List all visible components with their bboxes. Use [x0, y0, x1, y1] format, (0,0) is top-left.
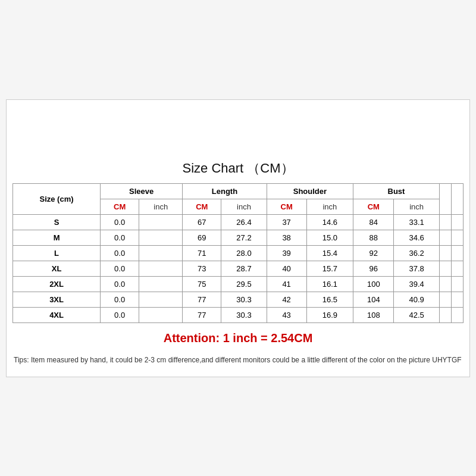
table-cell: 26.4 — [221, 214, 267, 230]
table-cell: M — [13, 230, 101, 245]
table-cell: 15.7 — [306, 261, 353, 276]
table-row: 3XL0.07730.34216.510440.9 — [13, 292, 464, 307]
shoulder-cm-header: CM — [267, 199, 306, 214]
table-cell: 108 — [353, 307, 394, 322]
table-cell — [439, 230, 451, 245]
table-cell: 3XL — [13, 292, 101, 307]
table-cell: 0.0 — [101, 230, 139, 245]
table-cell: 84 — [353, 214, 394, 230]
table-cell — [139, 230, 183, 245]
table-cell — [439, 276, 451, 292]
table-cell: L — [13, 245, 101, 261]
size-column-header: Size (cm) — [13, 183, 101, 214]
table-cell — [451, 307, 463, 322]
table-cell: 69 — [183, 230, 221, 245]
table-row: XL0.07328.74015.79637.8 — [13, 261, 464, 276]
table-row: 4XL0.07730.34316.910842.5 — [13, 307, 464, 322]
table-cell: 0.0 — [101, 276, 139, 292]
shoulder-inch-header: inch — [306, 199, 353, 214]
table-cell: 38 — [267, 230, 306, 245]
table-cell — [139, 292, 183, 307]
table-cell: 16.5 — [306, 292, 353, 307]
table-cell — [139, 214, 183, 230]
table-cell: 43 — [267, 307, 306, 322]
table-cell: 42.5 — [394, 307, 439, 322]
table-cell — [451, 261, 463, 276]
table-cell: S — [13, 214, 101, 230]
table-row: M0.06927.23815.08834.6 — [13, 230, 464, 245]
bust-inch-header: inch — [394, 199, 439, 214]
table-cell: 37 — [267, 214, 306, 230]
length-cm-header: CM — [183, 199, 221, 214]
chart-title: Size Chart （CM） — [12, 159, 464, 177]
table-cell: 28.7 — [221, 261, 267, 276]
table-cell — [439, 245, 451, 261]
attention-text: Attention: 1 inch = 2.54CM — [12, 328, 464, 349]
table-cell: 36.2 — [394, 245, 439, 261]
table-cell: 0.0 — [101, 245, 139, 261]
table-cell: 104 — [353, 292, 394, 307]
table-cell: 92 — [353, 245, 394, 261]
table-cell — [139, 245, 183, 261]
table-cell: 96 — [353, 261, 394, 276]
table-cell: 100 — [353, 276, 394, 292]
table-cell: 4XL — [13, 307, 101, 322]
table-cell: 30.3 — [221, 307, 267, 322]
table-cell — [451, 292, 463, 307]
table-cell: 39.4 — [394, 276, 439, 292]
table-cell: 77 — [183, 307, 221, 322]
table-row: L0.07128.03915.49236.2 — [13, 245, 464, 261]
table-cell: 30.3 — [221, 292, 267, 307]
length-group-header: Length — [183, 183, 267, 199]
table-cell: 16.9 — [306, 307, 353, 322]
table-cell: 42 — [267, 292, 306, 307]
table-cell: 0.0 — [101, 292, 139, 307]
table-cell: 0.0 — [101, 214, 139, 230]
table-cell — [439, 307, 451, 322]
table-cell — [439, 214, 451, 230]
extra-col-1 — [439, 183, 451, 214]
table-cell: 41 — [267, 276, 306, 292]
table-cell: 71 — [183, 245, 221, 261]
table-cell: 16.1 — [306, 276, 353, 292]
table-cell: 2XL — [13, 276, 101, 292]
table-cell — [451, 245, 463, 261]
table-row: 2XL0.07529.54116.110039.4 — [13, 276, 464, 292]
tips-text: Tips: Item measured by hand, it could be… — [12, 352, 464, 368]
extra-col-2 — [451, 183, 463, 214]
table-cell: 29.5 — [221, 276, 267, 292]
table-cell: 28.0 — [221, 245, 267, 261]
table-cell: XL — [13, 261, 101, 276]
table-cell: 27.2 — [221, 230, 267, 245]
sleeve-cm-header: CM — [101, 199, 139, 214]
table-cell — [139, 261, 183, 276]
table-cell: 77 — [183, 292, 221, 307]
table-cell: 33.1 — [394, 214, 439, 230]
page-container: Size Chart （CM） Size (cm) Sleeve Length … — [6, 99, 470, 377]
table-cell — [139, 307, 183, 322]
table-cell: 40.9 — [394, 292, 439, 307]
table-cell: 37.8 — [394, 261, 439, 276]
table-cell: 14.6 — [306, 214, 353, 230]
table-cell: 15.0 — [306, 230, 353, 245]
table-cell — [451, 230, 463, 245]
table-cell: 40 — [267, 261, 306, 276]
table-cell: 75 — [183, 276, 221, 292]
table-cell: 73 — [183, 261, 221, 276]
table-row: S0.06726.43714.68433.1 — [13, 214, 464, 230]
length-inch-header: inch — [221, 199, 267, 214]
sleeve-inch-header: inch — [139, 199, 183, 214]
bust-cm-header: CM — [353, 199, 394, 214]
table-cell — [439, 261, 451, 276]
shoulder-group-header: Shoulder — [267, 183, 353, 199]
table-cell: 67 — [183, 214, 221, 230]
table-cell: 15.4 — [306, 245, 353, 261]
size-chart-table: Size (cm) Sleeve Length Shoulder Bust CM… — [12, 183, 464, 323]
sleeve-group-header: Sleeve — [101, 183, 183, 199]
bust-group-header: Bust — [353, 183, 440, 199]
table-cell: 34.6 — [394, 230, 439, 245]
table-cell: 88 — [353, 230, 394, 245]
table-cell: 39 — [267, 245, 306, 261]
table-cell — [451, 276, 463, 292]
table-cell — [439, 292, 451, 307]
